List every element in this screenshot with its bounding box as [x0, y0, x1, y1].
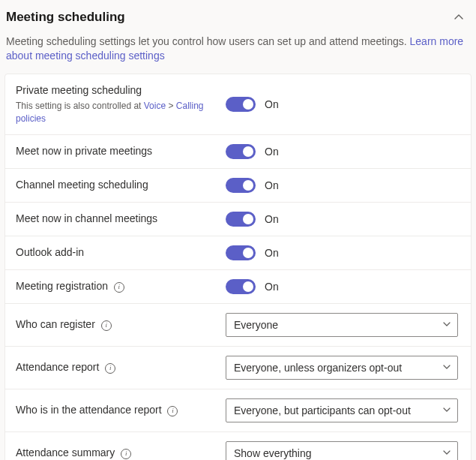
row-channel-meeting-scheduling: Channel meeting scheduling On	[5, 169, 471, 203]
section-title: Meeting scheduling	[6, 10, 125, 25]
row-control: Show everything	[226, 441, 460, 460]
info-icon[interactable]: i	[101, 320, 112, 331]
select-value: Everyone	[234, 319, 278, 331]
label-text: Who is in the attendance report	[16, 404, 162, 416]
chevron-down-icon	[442, 362, 451, 374]
select-value: Everyone, but participants can opt-out	[234, 404, 411, 416]
info-icon[interactable]: i	[114, 282, 124, 293]
toggle-meet-now-channel[interactable]	[226, 212, 256, 227]
settings-card: Private meeting scheduling This setting …	[4, 74, 472, 460]
meeting-scheduling-panel: Meeting scheduling Meeting scheduling se…	[0, 0, 476, 460]
label-text: Attendance summary	[16, 446, 115, 458]
label-text: Attendance report	[16, 361, 99, 373]
subtext-sep: >	[166, 101, 176, 111]
label-text: Meeting registration	[16, 280, 108, 292]
row-control: Everyone, unless organizers opt-out	[226, 356, 460, 380]
chevron-down-icon	[442, 404, 451, 416]
select-who-can-register[interactable]: Everyone	[226, 313, 458, 337]
select-value: Everyone, unless organizers opt-out	[234, 362, 402, 374]
toggle-private-meeting-scheduling[interactable]	[226, 97, 256, 112]
row-control: On	[226, 279, 460, 294]
row-control: Everyone, but participants can opt-out	[226, 398, 460, 422]
row-control: On	[226, 178, 460, 193]
row-label: Meet now in private meetings	[16, 144, 226, 158]
info-icon[interactable]: i	[105, 363, 115, 374]
voice-link[interactable]: Voice	[144, 101, 166, 111]
info-icon[interactable]: i	[167, 406, 178, 416]
chevron-down-icon	[442, 447, 451, 459]
section-description: Meeting scheduling settings let you cont…	[0, 29, 476, 74]
row-label: Who can register i	[16, 317, 226, 331]
row-label: Meeting registration i	[16, 279, 226, 293]
select-value: Show everything	[234, 447, 312, 459]
row-control: Everyone	[226, 313, 460, 337]
row-meet-now-channel: Meet now in channel meetings On	[5, 203, 471, 236]
toggle-state-label: On	[265, 281, 279, 293]
row-meet-now-private: Meet now in private meetings On	[5, 135, 471, 169]
row-label: Channel meeting scheduling	[16, 178, 226, 191]
toggle-state-label: On	[265, 213, 279, 225]
label-text: Who can register	[16, 318, 95, 330]
collapse-chevron-icon[interactable]	[451, 9, 467, 26]
chevron-down-icon	[442, 319, 451, 331]
info-icon[interactable]: i	[121, 449, 131, 459]
toggle-outlook-addin[interactable]	[226, 245, 256, 260]
row-attendance-report: Attendance report i Everyone, unless org…	[5, 347, 471, 389]
row-control: On	[226, 144, 460, 159]
row-control: On	[226, 245, 460, 260]
toggle-channel-meeting-scheduling[interactable]	[226, 178, 256, 193]
row-control: On	[226, 212, 460, 227]
select-attendance-report[interactable]: Everyone, unless organizers opt-out	[226, 356, 458, 380]
label-subtext: This setting is also controlled at Voice…	[16, 100, 220, 125]
row-label: Attendance report i	[16, 360, 226, 374]
toggle-state-label: On	[265, 179, 279, 191]
row-who-can-register: Who can register i Everyone	[5, 304, 471, 347]
label-text: Private meeting scheduling	[16, 83, 220, 97]
row-outlook-addin: Outlook add-in On	[5, 236, 471, 270]
toggle-state-label: On	[265, 247, 279, 259]
section-header[interactable]: Meeting scheduling	[0, 6, 476, 29]
select-who-in-attendance-report[interactable]: Everyone, but participants can opt-out	[226, 398, 458, 422]
toggle-meet-now-private[interactable]	[226, 144, 256, 159]
row-control: On	[226, 97, 460, 112]
toggle-state-label: On	[265, 146, 279, 158]
row-who-in-attendance-report: Who is in the attendance report i Everyo…	[5, 389, 471, 432]
toggle-meeting-registration[interactable]	[226, 279, 256, 294]
row-private-meeting-scheduling: Private meeting scheduling This setting …	[5, 74, 471, 135]
toggle-state-label: On	[265, 98, 279, 110]
row-label: Meet now in channel meetings	[16, 212, 226, 225]
row-label: Who is in the attendance report i	[16, 403, 226, 416]
row-meeting-registration: Meeting registration i On	[5, 270, 471, 304]
description-text: Meeting scheduling settings let you cont…	[6, 35, 410, 47]
row-label: Attendance summary i	[16, 446, 226, 459]
row-label: Private meeting scheduling This setting …	[16, 83, 226, 125]
row-attendance-summary: Attendance summary i Show everything	[5, 432, 471, 460]
row-label: Outlook add-in	[16, 245, 226, 259]
select-attendance-summary[interactable]: Show everything	[226, 441, 458, 460]
subtext-prefix: This setting is also controlled at	[16, 101, 144, 111]
